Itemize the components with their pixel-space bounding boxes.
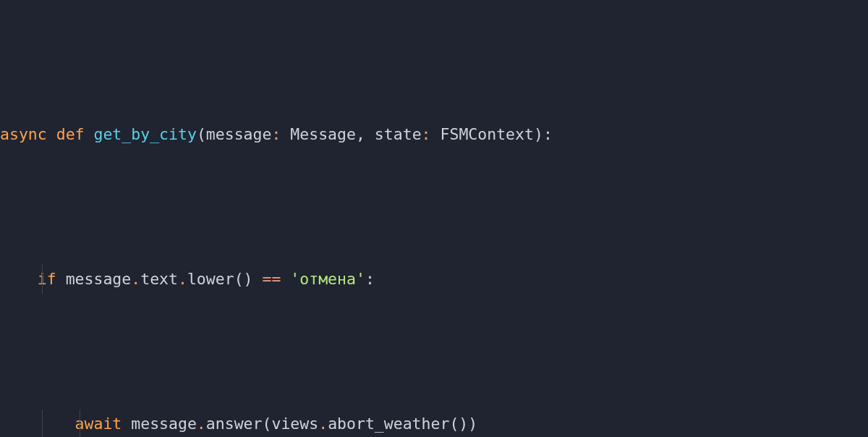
param-state: state: [375, 120, 422, 149]
code-line[interactable]: await message.answer(views.abort_weather…: [0, 410, 868, 437]
keyword-if: if: [38, 265, 56, 294]
function-name: get_by_city: [93, 120, 196, 149]
ident: message: [131, 410, 197, 437]
code-line[interactable]: async def get_by_city(message: Message, …: [0, 120, 868, 149]
operator: ==: [263, 265, 281, 294]
keyword-def: def: [56, 120, 85, 149]
ident: text: [140, 265, 178, 294]
ident: answer: [206, 410, 263, 437]
code-editor[interactable]: async def get_by_city(message: Message, …: [0, 0, 868, 437]
keyword-async: async: [0, 120, 47, 149]
type-fsmcontext: FSMContext: [441, 120, 534, 149]
code-line[interactable]: if message.text.lower() == 'отмена':: [0, 265, 868, 294]
keyword-await: await: [75, 410, 122, 437]
type-message: Message: [290, 120, 356, 149]
ident: message: [66, 265, 132, 294]
ident: lower: [187, 265, 234, 294]
ident: abort_weather: [328, 410, 449, 437]
string-literal: 'отмена': [290, 265, 365, 294]
param-message: message: [206, 120, 272, 149]
ident: views: [271, 410, 318, 437]
